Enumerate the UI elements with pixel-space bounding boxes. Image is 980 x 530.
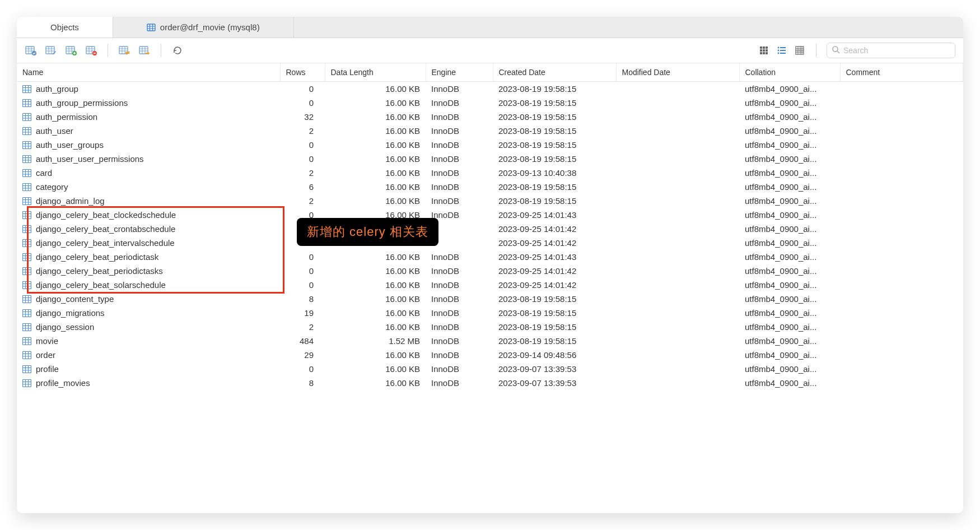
table-row[interactable]: card216.00 KBInnoDB2023-09-13 10:40:38ut… — [17, 166, 963, 180]
table-row[interactable]: movie4841.52 MBInnoDB2023-08-19 19:58:15… — [17, 334, 963, 348]
cell-engine: InnoDB — [426, 166, 493, 180]
col-collation[interactable]: Collation — [739, 63, 840, 82]
tables-list: Name Rows Data Length Engine Created Dat… — [17, 63, 963, 390]
table-row[interactable]: auth_user216.00 KBInnoDB2023-08-19 19:58… — [17, 124, 963, 138]
svg-rect-0 — [147, 24, 155, 31]
design-table-button[interactable] — [45, 44, 57, 57]
cell-rows: 0 — [280, 82, 325, 96]
cell-rows — [280, 236, 325, 250]
table-name: django_celery_beat_solarschedule — [36, 280, 166, 290]
toolbar — [17, 38, 963, 63]
table-row[interactable]: django_celery_beat_clockedschedule016.00… — [17, 208, 963, 222]
cell-created: 2023-08-19 19:58:15 — [493, 320, 616, 334]
cell-created: 2023-08-19 19:58:15 — [493, 124, 616, 138]
cell-rows: 0 — [280, 152, 325, 166]
cell-comment — [840, 292, 963, 306]
table-name: django_content_type — [36, 294, 114, 304]
export-button[interactable] — [138, 44, 151, 57]
table-row[interactable]: django_migrations1916.00 KBInnoDB2023-08… — [17, 306, 963, 320]
cell-collation: utf8mb4_0900_ai... — [739, 96, 840, 110]
col-rows[interactable]: Rows — [280, 63, 325, 82]
cell-collation: utf8mb4_0900_ai... — [739, 292, 840, 306]
cell-created: 2023-08-19 19:58:15 — [493, 334, 616, 348]
search-input[interactable] — [843, 46, 950, 55]
table-icon — [22, 281, 31, 289]
cell-modified — [616, 194, 739, 208]
table-row[interactable]: django_celery_beat_solarschedule016.00 K… — [17, 278, 963, 292]
list-view-button[interactable] — [776, 44, 788, 57]
col-modified[interactable]: Modified Date — [616, 63, 739, 82]
cell-data-length — [325, 222, 426, 236]
svg-rect-155 — [23, 337, 31, 345]
svg-rect-51 — [780, 47, 786, 48]
table-icon — [22, 85, 31, 93]
table-name: order — [36, 350, 55, 360]
table-name: django_celery_beat_crontabschedule — [36, 224, 175, 234]
cell-collation: utf8mb4_0900_ai... — [739, 236, 840, 250]
search-box[interactable] — [827, 43, 955, 58]
table-row[interactable]: django_celery_beat_periodictasks016.00 K… — [17, 264, 963, 278]
cell-data-length: 16.00 KB — [325, 194, 426, 208]
svg-rect-75 — [23, 113, 31, 120]
cell-comment — [840, 82, 963, 96]
grid-view-button[interactable] — [758, 44, 770, 57]
cell-created: 2023-09-25 14:01:43 — [493, 250, 616, 264]
cell-collation: utf8mb4_0900_ai... — [739, 376, 840, 390]
table-row[interactable]: auth_group_permissions016.00 KBInnoDB202… — [17, 96, 963, 110]
tab-objects[interactable]: Objects — [17, 17, 113, 38]
svg-rect-41 — [760, 47, 762, 49]
refresh-button[interactable] — [171, 44, 184, 57]
table-row[interactable]: django_admin_log216.00 KBInnoDB2023-08-1… — [17, 194, 963, 208]
cell-rows: 0 — [280, 138, 325, 152]
table-row[interactable]: auth_user_user_permissions016.00 KBInnoD… — [17, 152, 963, 166]
tab-order-table[interactable]: order@drf_movie (mysql8) — [113, 17, 294, 38]
table-icon — [22, 211, 31, 219]
cell-comment — [840, 264, 963, 278]
table-row[interactable]: django_celery_beat_periodictask016.00 KB… — [17, 250, 963, 264]
open-table-button[interactable] — [25, 44, 37, 57]
import-button[interactable] — [118, 44, 130, 57]
col-created[interactable]: Created Date — [493, 63, 616, 82]
cell-rows: 6 — [280, 180, 325, 194]
table-row[interactable]: django_celery_beat_intervalscheduleB2023… — [17, 236, 963, 250]
col-name[interactable]: Name — [17, 63, 280, 82]
table-icon — [22, 197, 31, 205]
cell-engine: InnoDB — [426, 110, 493, 124]
table-row[interactable]: category616.00 KBInnoDB2023-08-19 19:58:… — [17, 180, 963, 194]
col-data-length[interactable]: Data Length — [325, 63, 426, 82]
cell-comment — [840, 222, 963, 236]
cell-rows: 0 — [280, 208, 325, 222]
new-table-button[interactable] — [65, 44, 77, 57]
search-icon — [832, 45, 840, 55]
svg-rect-85 — [23, 141, 31, 148]
detail-view-button[interactable] — [794, 44, 806, 57]
cell-comment — [840, 138, 963, 152]
app-window: Objects order@drf_movie (mysql8) — [17, 17, 963, 513]
cell-comment — [840, 166, 963, 180]
table-row[interactable]: profile_movies816.00 KBInnoDB2023-09-07 … — [17, 376, 963, 390]
cell-rows: 0 — [280, 250, 325, 264]
cell-engine: InnoDB — [426, 320, 493, 334]
col-engine[interactable]: Engine — [426, 63, 493, 82]
view-switch — [758, 44, 806, 57]
table-row[interactable]: django_session216.00 KBInnoDB2023-08-19 … — [17, 320, 963, 334]
svg-point-54 — [778, 53, 780, 54]
cell-engine: InnoDB — [426, 362, 493, 376]
cell-collation: utf8mb4_0900_ai... — [739, 222, 840, 236]
table-icon — [22, 295, 31, 303]
table-row[interactable]: auth_permission3216.00 KBInnoDB2023-08-1… — [17, 110, 963, 124]
table-row[interactable]: auth_user_groups016.00 KBInnoDB2023-08-1… — [17, 138, 963, 152]
table-row[interactable]: profile016.00 KBInnoDB2023-09-07 13:39:5… — [17, 362, 963, 376]
table-row[interactable]: django_celery_beat_crontabscheduleB2023-… — [17, 222, 963, 236]
table-row[interactable]: order2916.00 KBInnoDB2023-09-14 09:48:56… — [17, 348, 963, 362]
svg-rect-160 — [23, 351, 31, 359]
delete-table-button[interactable] — [85, 44, 97, 57]
table-row[interactable]: django_content_type816.00 KBInnoDB2023-0… — [17, 292, 963, 306]
cell-data-length: 16.00 KB — [325, 362, 426, 376]
col-comment[interactable]: Comment — [840, 63, 963, 82]
svg-rect-140 — [23, 295, 31, 303]
cell-created: 2023-09-14 09:48:56 — [493, 348, 616, 362]
cell-created: 2023-08-19 19:58:15 — [493, 82, 616, 96]
svg-rect-135 — [23, 281, 31, 289]
table-row[interactable]: auth_group016.00 KBInnoDB2023-08-19 19:5… — [17, 82, 963, 96]
